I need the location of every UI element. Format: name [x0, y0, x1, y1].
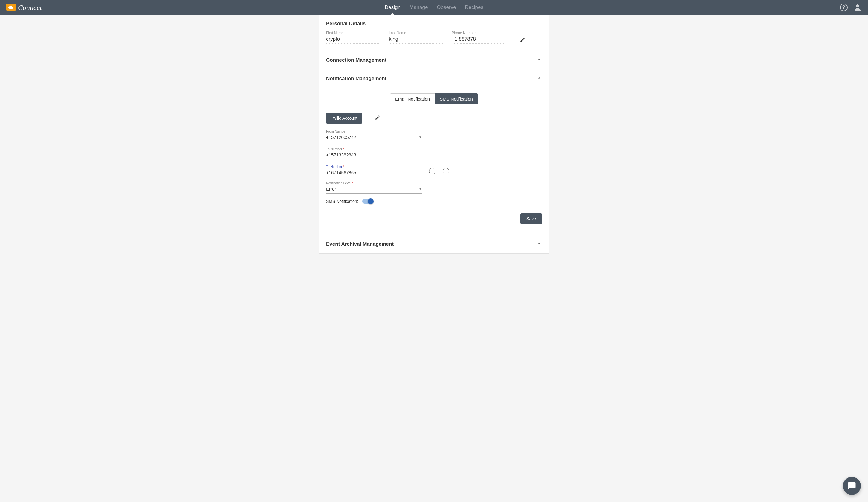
notification-tabs: Email Notification SMS Notification	[326, 93, 542, 104]
connection-management-title: Connection Management	[326, 57, 386, 63]
sms-toggle[interactable]	[362, 199, 373, 204]
notification-management-section: Notification Management Email Notificati…	[319, 69, 549, 235]
to-number-2-label: To Number *	[326, 165, 422, 169]
logo-text: Connect	[18, 3, 42, 12]
app-header: Connect Design Manage Observe Recipes ?	[0, 0, 868, 15]
first-name-value: crypto	[326, 36, 380, 44]
last-name-value: king	[389, 36, 443, 44]
from-number-select[interactable]: From Number +15712005742 ▼	[326, 130, 422, 142]
to-number-2-row: To Number *	[326, 165, 542, 177]
phone-label: Phone Number	[452, 31, 505, 35]
user-avatar-icon[interactable]	[853, 3, 862, 12]
to-number-1-field: To Number *	[326, 147, 422, 159]
personal-fields-row: First Name crypto Last Name king Phone N…	[326, 30, 542, 51]
save-row: Save	[326, 211, 542, 232]
cloud-icon	[6, 4, 16, 11]
help-icon[interactable]: ?	[840, 3, 848, 11]
personal-details-title: Personal Details	[326, 15, 542, 30]
first-name-field: First Name crypto	[326, 31, 380, 44]
add-to-number-button[interactable]	[443, 168, 449, 174]
edit-twilio-icon[interactable]	[375, 115, 380, 121]
phone-field: Phone Number +1 887878	[452, 31, 505, 44]
from-number-label: From Number	[326, 130, 422, 133]
to-number-1-label: To Number *	[326, 147, 422, 151]
to-number-2-field: To Number *	[326, 165, 422, 177]
last-name-field: Last Name king	[389, 31, 443, 44]
last-name-label: Last Name	[389, 31, 443, 35]
sms-toggle-row: SMS Notification:	[326, 199, 542, 204]
event-archival-section: Event Archival Management	[319, 235, 549, 253]
header-left: Connect	[6, 3, 42, 12]
notification-management-header[interactable]: Notification Management	[326, 69, 542, 88]
dropdown-arrow-icon: ▼	[419, 187, 422, 191]
phone-value: +1 887878	[452, 36, 505, 44]
tab-sms-notification[interactable]: SMS Notification	[435, 93, 478, 104]
event-archival-title: Event Archival Management	[326, 241, 394, 247]
svg-point-0	[856, 4, 859, 8]
nav-observe[interactable]: Observe	[437, 1, 456, 14]
sms-form: Twilio Account From Number +15712005742 …	[326, 113, 542, 235]
nav-design[interactable]: Design	[385, 1, 401, 14]
remove-to-number-button[interactable]	[429, 168, 435, 174]
notification-management-title: Notification Management	[326, 76, 386, 82]
toggle-knob	[368, 198, 374, 204]
header-right: ?	[840, 3, 862, 12]
event-archival-header[interactable]: Event Archival Management	[326, 235, 542, 253]
to-number-2-input[interactable]	[326, 169, 422, 177]
connection-management-section: Connection Management	[319, 51, 549, 69]
save-button[interactable]: Save	[520, 213, 542, 224]
notification-level-label: Notification Level *	[326, 181, 422, 185]
notification-level-select[interactable]: Notification Level * Error ▼	[326, 181, 422, 193]
twilio-row: Twilio Account	[326, 113, 542, 123]
nav-manage[interactable]: Manage	[410, 1, 428, 14]
sms-toggle-label: SMS Notification:	[326, 199, 358, 204]
app-logo[interactable]: Connect	[6, 3, 42, 12]
top-nav: Design Manage Observe Recipes	[385, 1, 483, 14]
from-number-value: +15712005742	[326, 134, 356, 140]
chevron-up-icon	[537, 76, 542, 82]
tab-email-notification[interactable]: Email Notification	[390, 93, 435, 104]
first-name-label: First Name	[326, 31, 380, 35]
nav-recipes[interactable]: Recipes	[465, 1, 483, 14]
connection-management-header[interactable]: Connection Management	[326, 51, 542, 69]
personal-details-section: Personal Details First Name crypto Last …	[319, 15, 549, 51]
edit-personal-icon[interactable]	[520, 37, 525, 44]
settings-card: Personal Details First Name crypto Last …	[319, 15, 549, 254]
notification-level-value: Error	[326, 187, 336, 191]
twilio-account-button[interactable]: Twilio Account	[326, 113, 362, 123]
to-number-1-input[interactable]	[326, 151, 422, 159]
chevron-down-icon	[537, 57, 542, 63]
chevron-down-icon	[537, 241, 542, 248]
dropdown-arrow-icon: ▼	[419, 135, 422, 139]
